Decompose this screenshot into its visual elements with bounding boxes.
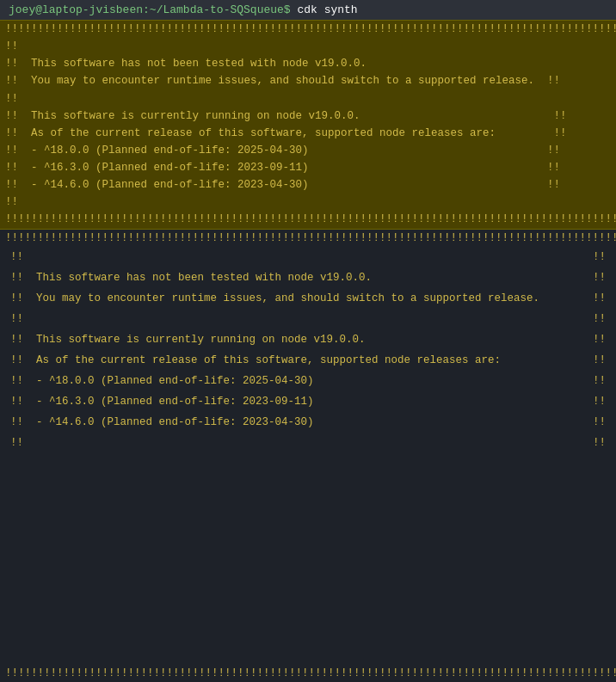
exp-right-4: !! (593, 313, 606, 325)
exp-left-2: !! This software has not been tested wit… (10, 272, 372, 284)
exp-left-1: !! (10, 251, 23, 263)
middle-separator: !!!!!!!!!!!!!!!!!!!!!!!!!!!!!!!!!!!!!!!!… (0, 230, 616, 247)
compact-line-1: !! !! (0, 38, 616, 55)
exp-left-6: !! As of the current release of this sof… (10, 354, 501, 366)
exp-left-9: !! - ^14.6.0 (Planned end-of-life: 2023-… (10, 416, 314, 428)
compact-separator-top: !!!!!!!!!!!!!!!!!!!!!!!!!!!!!!!!!!!!!!!!… (0, 21, 616, 38)
exp-left-7: !! - ^18.0.0 (Planned end-of-life: 2025-… (10, 375, 314, 387)
exp-line-8: !! - ^16.3.0 (Planned end-of-life: 2023-… (3, 391, 613, 412)
exp-right-7: !! (593, 375, 606, 387)
exp-line-2: !! This software has not been tested wit… (3, 267, 613, 288)
compact-separator-bottom: !!!!!!!!!!!!!!!!!!!!!!!!!!!!!!!!!!!!!!!!… (0, 211, 616, 228)
exp-line-6: !! As of the current release of this sof… (3, 350, 613, 371)
exp-right-6: !! (593, 354, 606, 366)
compact-line-6: !! As of the current release of this sof… (0, 125, 616, 142)
terminal-command: cdk synth (291, 3, 358, 16)
terminal-window: joey@laptop-jvisbeen:~/Lambda-to-SQSqueu… (0, 0, 616, 682)
compact-line-7: !! - ^18.0.0 (Planned end-of-life: 2025-… (0, 142, 616, 159)
compact-line-3: !! You may to encounter runtime issues, … (0, 72, 616, 89)
compact-line-10: !! !! (0, 194, 616, 211)
exp-line-5: !! This software is currently running on… (3, 329, 613, 350)
exp-line-7: !! - ^18.0.0 (Planned end-of-life: 2025-… (3, 371, 613, 391)
exp-left-8: !! - ^16.3.0 (Planned end-of-life: 2023-… (10, 396, 314, 408)
exp-right-9: !! (593, 416, 606, 428)
compact-line-2: !! This software has not been tested wit… (0, 55, 616, 72)
compact-line-8: !! - ^16.3.0 (Planned end-of-life: 2023-… (0, 159, 616, 176)
exp-right-1: !! (593, 251, 606, 263)
compact-line-5: !! This software is currently running on… (0, 108, 616, 125)
exp-right-10: !! (593, 437, 606, 449)
exp-left-10: !! (10, 437, 23, 449)
exp-right-3: !! (593, 292, 606, 304)
exp-right-2: !! (593, 272, 606, 284)
exp-right-8: !! (593, 396, 606, 408)
exp-left-3: !! You may to encounter runtime issues, … (10, 292, 539, 304)
bottom-separator: !!!!!!!!!!!!!!!!!!!!!!!!!!!!!!!!!!!!!!!!… (0, 665, 616, 682)
terminal-path: joey@laptop-jvisbeen:~/Lambda-to-SQSqueu… (9, 3, 291, 16)
compact-line-9: !! - ^14.6.0 (Planned end-of-life: 2023-… (0, 176, 616, 194)
compact-warning-block: !!!!!!!!!!!!!!!!!!!!!!!!!!!!!!!!!!!!!!!!… (0, 20, 616, 230)
expanded-warning-block: !! !! !! This software has not been test… (0, 247, 616, 665)
exp-line-4: !! !! (3, 309, 613, 329)
exp-line-10: !! !! (3, 433, 613, 453)
compact-line-4: !! !! (0, 90, 616, 108)
exp-line-9: !! - ^14.6.0 (Planned end-of-life: 2023-… (3, 412, 613, 433)
exp-left-5: !! This software is currently running on… (10, 334, 366, 346)
exp-line-3: !! You may to encounter runtime issues, … (3, 288, 613, 309)
exp-right-5: !! (593, 334, 606, 346)
exp-left-4: !! (10, 313, 23, 325)
exp-line-1: !! !! (3, 247, 613, 267)
title-bar: joey@laptop-jvisbeen:~/Lambda-to-SQSqueu… (0, 0, 616, 20)
